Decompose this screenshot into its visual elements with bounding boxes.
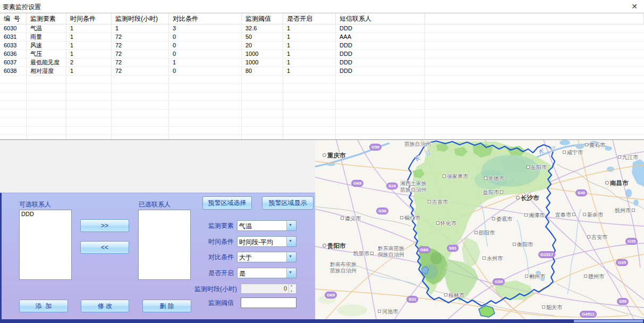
road-shield-label: G55 <box>493 278 505 285</box>
table-cell-filler <box>425 42 644 49</box>
table-header-cell[interactable]: 是否开启 <box>283 13 336 24</box>
available-contacts-list[interactable]: DDD <box>19 210 72 280</box>
threshold-input[interactable] <box>241 297 296 308</box>
settings-panel: 可选联系人 DDD 已选联系人 >> << 添 加 修 改 删 除 预警区域选择… <box>0 193 315 319</box>
table-header-cell[interactable]: 时间条件 <box>66 13 112 24</box>
enabled-select[interactable]: 是 <box>237 268 296 278</box>
chevron-down-icon[interactable] <box>286 252 296 262</box>
modify-button[interactable]: 修 改 <box>81 300 129 312</box>
warning-region-show-button[interactable]: 预警区域显示 <box>262 196 313 210</box>
list-item[interactable]: DDD <box>20 210 71 218</box>
table-cell <box>66 110 112 118</box>
table-cell-filler <box>425 118 644 126</box>
table-cell-filler <box>425 67 644 75</box>
map-city-label: 宜春市 <box>555 211 575 219</box>
map-city-label: 贵阳市 <box>323 242 346 250</box>
map-area-label: 黔南布依族苗族自治州 <box>330 261 357 274</box>
map-city-label: 铜仁市 <box>400 214 420 222</box>
time-condition-select[interactable]: 时间段-平均 <box>237 236 296 247</box>
road-shield-label: S31 <box>406 296 418 303</box>
table-header-cell[interactable]: 对比条件 <box>169 13 242 24</box>
table-cell <box>336 93 425 101</box>
table-cell-filler <box>425 101 644 109</box>
table-cell: 1000 <box>242 50 283 58</box>
table-cell: 80 <box>242 67 283 75</box>
table-cell <box>0 118 27 126</box>
table-cell: 1 <box>66 24 112 32</box>
threshold-label: 监测阈值 <box>178 297 234 308</box>
map-area-label: 恩施土家族苗族自治州 <box>404 140 431 147</box>
table-cell <box>0 84 27 92</box>
move-left-button[interactable]: << <box>80 241 129 254</box>
table-cell <box>66 135 112 140</box>
table-cell <box>283 84 336 92</box>
table-cell <box>0 76 27 84</box>
element-select[interactable]: 气温 <box>237 220 296 231</box>
table-cell <box>242 135 283 140</box>
table-empty-row <box>0 101 644 110</box>
table-cell <box>336 118 425 126</box>
road-shield-label: G1517 <box>538 251 555 258</box>
move-right-button[interactable]: >> <box>80 219 129 232</box>
table-cell: 气温 <box>27 24 66 32</box>
road-shield-label: S26 <box>386 183 398 189</box>
table-header-cell[interactable]: 监测时段(小时) <box>112 13 169 24</box>
table-row[interactable]: 6038相对湿度1720801DDD <box>0 67 644 76</box>
table-cell: 1000 <box>242 59 283 67</box>
window-title: 要素监控设置 <box>3 3 41 12</box>
map-city-label: 衡阳市 <box>513 241 533 249</box>
close-icon[interactable]: ✕ <box>629 1 640 12</box>
table-cell: DDD <box>336 67 425 75</box>
table-cell <box>169 84 242 92</box>
map-scrollbar[interactable] <box>574 320 643 322</box>
spin-down-icon[interactable] <box>289 289 296 294</box>
add-button[interactable]: 添 加 <box>19 300 68 312</box>
road-shield-label: G69 <box>351 180 363 187</box>
table-cell: DDD <box>336 50 425 58</box>
compare-condition-select[interactable]: 大于 <box>237 252 296 262</box>
element-label: 监测要素 <box>178 220 234 231</box>
table-header-cell[interactable]: 监测阈值 <box>242 13 283 24</box>
map-area-label: 黔东南苗族侗族自治州 <box>378 245 404 258</box>
table-cell <box>283 101 336 109</box>
warning-region-select-button[interactable]: 预警区域选择 <box>202 196 252 210</box>
table-header-cell[interactable]: 监测要素 <box>27 13 66 24</box>
map[interactable]: 重庆市遵义市贵阳市凯里市河池市桂林市铜仁市吉首市张家界市常德市益阳市岳阳市长沙市… <box>315 140 644 319</box>
table-cell <box>66 101 112 109</box>
table-cell <box>242 118 283 126</box>
chevron-down-icon[interactable] <box>286 237 296 246</box>
table-row[interactable]: 6037最低能见度272110001DDD <box>0 59 644 67</box>
compare-condition-select-value: 大于 <box>238 252 286 262</box>
table-empty-row <box>0 127 644 135</box>
table-header-cell[interactable]: 短信联系人 <box>336 13 425 24</box>
table-cell <box>169 127 242 135</box>
period-spinner[interactable]: 0 <box>241 284 296 294</box>
table-cell <box>27 118 66 126</box>
table-cell: 最低能见度 <box>27 59 66 67</box>
table-row[interactable]: 6036气压172010001DDD <box>0 50 644 59</box>
spinner-arrows[interactable] <box>289 284 296 293</box>
chevron-down-icon[interactable] <box>286 268 296 278</box>
map-city-label: 抚州市 <box>615 207 635 214</box>
map-city-label: 常德市 <box>484 175 504 183</box>
period-label: 监测时段(小时) <box>174 284 237 294</box>
table-cell: 1 <box>283 33 336 41</box>
table-cell: 1 <box>283 42 336 49</box>
chevron-down-icon[interactable] <box>286 221 296 230</box>
road-shield-label: G35 <box>616 259 628 266</box>
table-row[interactable]: 6030气温11332.61DDD <box>0 24 644 33</box>
table-cell-filler <box>425 93 644 101</box>
title-bar: 要素监控设置 ✕ <box>0 0 644 13</box>
table-cell <box>27 93 66 101</box>
table-row[interactable]: 6031雨量1720501AAA <box>0 33 644 42</box>
table-header-cell[interactable]: 编 号 <box>0 13 27 24</box>
spin-up-icon[interactable] <box>289 284 296 289</box>
map-labels: 重庆市遵义市贵阳市凯里市河池市桂林市铜仁市吉首市张家界市常德市益阳市岳阳市长沙市… <box>315 140 644 319</box>
table-cell: 72 <box>112 59 169 67</box>
element-select-value: 气温 <box>238 221 286 230</box>
map-city-label: 张家界市 <box>443 173 468 180</box>
table-cell <box>283 118 336 126</box>
map-city-label: 岳阳市 <box>527 164 547 171</box>
table-cell <box>169 101 242 109</box>
table-row[interactable]: 6033风速1720201DDD <box>0 42 644 50</box>
